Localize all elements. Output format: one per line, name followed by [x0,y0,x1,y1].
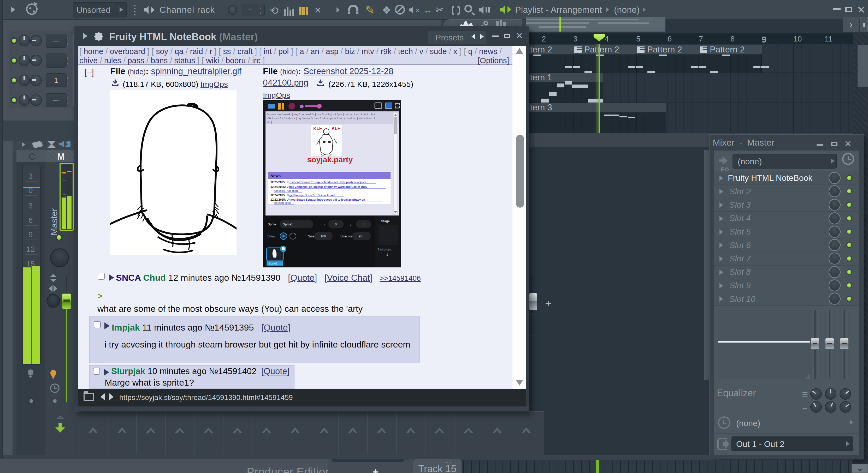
svg-text:soyjak.party: soyjak.party [307,155,353,164]
svg-text:12/24/2025: Nigel Farage Does: 12/24/2025: Nigel Farage Does Six Seven … [271,194,335,197]
svg-text:12/24/2025: Vince Zampella, co: 12/24/2025: Vince Zampella, co-creator o… [271,185,368,189]
svg-text:Sprite1: Sprite1 [269,262,277,265]
svg-text:Stage: Stage [381,219,390,223]
svg-text:90: 90 [359,235,362,238]
svg-text:Sprite1: Sprite1 [283,223,293,226]
svg-text:KLF: KLF [313,126,322,131]
svg-text:1: 1 [386,253,388,257]
svg-text:irc |: irc | [267,121,272,124]
svg-text:Backdrops: Backdrops [377,248,391,251]
svg-text:franchise, has died.: franchise, has died. [274,189,299,192]
svg-text:↕ y: ↕ y [347,223,351,226]
svg-text:home / overboard | | soy / qa: home / overboard | | soy / qa / raid / r… [267,113,375,116]
svg-text:Size: Size [308,235,314,238]
svg-text:r9k / tech / v / sude / x | |: r9k / tech / v / sude / x | | q / news /… [267,116,375,120]
svg-text:12/25/2025: President Donald T: 12/25/2025: President Donald Trump defen… [271,180,367,184]
svg-text:0: 0 [335,223,337,226]
svg-text:Show: Show [267,235,275,238]
svg-text:News: News [271,173,281,178]
svg-text:↔ x: ↔ x [319,223,325,226]
svg-text:the high seas: the high seas [274,201,291,204]
svg-text:100: 100 [320,235,326,238]
svg-text:KLF: KLF [332,126,340,131]
svg-text:0: 0 [363,223,365,226]
svg-text:12/22/2025: United States Sena: 12/22/2025: United States Senator introd… [271,198,365,201]
svg-text:Sprite: Sprite [268,223,276,226]
svg-text:Direction: Direction [340,235,353,238]
